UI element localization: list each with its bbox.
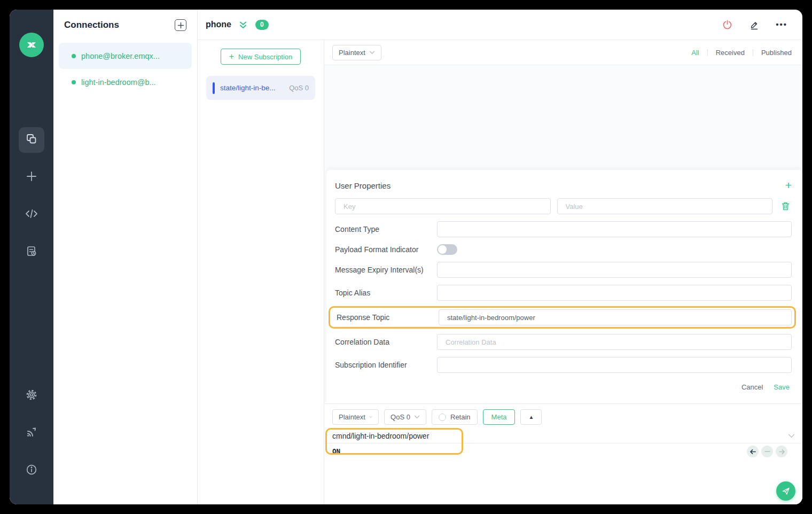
retain-label: Retain [450,413,471,421]
send-button[interactable] [776,481,795,501]
message-toolbar: Plaintext All Received Published [324,40,802,65]
response-topic-input[interactable] [439,309,792,325]
message-count-badge: 0 [255,20,269,30]
connected-dot-icon [72,54,76,58]
connected-dot-icon [72,80,76,84]
payload-format-value: Plaintext [339,49,365,57]
connection-name: light-in-bedroom@b... [81,78,156,87]
topic-alias-input[interactable] [437,285,792,301]
mqttx-logo [19,33,44,57]
publish-topic-row: cmnd/light-in-bedroom/power [324,429,802,443]
main-area: phone 0 [198,10,802,504]
nav-log-button[interactable] [19,239,44,265]
log-icon [25,245,38,260]
meta-button[interactable]: Meta [483,409,516,425]
plus-icon [177,22,184,29]
cancel-button[interactable]: Cancel [741,383,763,391]
more-options-button[interactable]: ••• [776,22,787,27]
app-window: Connections phone@broker.emqx... light-i… [10,10,802,504]
edit-connection-button[interactable] [749,19,760,30]
toggle-knob [438,245,447,254]
publish-payload-editor[interactable]: ON [324,443,802,459]
message-filter-tabs: All Received Published [691,49,792,57]
add-user-property-button[interactable]: + [785,181,792,190]
nav-data-sync-button[interactable] [21,423,42,443]
subscription-color-bar [213,82,215,94]
publish-payload-format-dropdown[interactable]: Plaintext [332,409,379,425]
publish-properties-card: User Properties + [326,170,802,403]
tab-received[interactable]: Received [716,49,745,57]
tab-all[interactable]: All [691,49,699,57]
chevron-down-icon [414,415,420,419]
publish-topic-input[interactable]: cmnd/light-in-bedroom/power [332,432,429,440]
nav-rail [10,10,53,504]
nav-about-button[interactable] [21,461,42,481]
message-expiry-input[interactable] [437,262,792,278]
plus-icon [25,170,38,185]
response-topic-label: Response Topic [337,313,439,322]
new-subscription-label: New Subscription [238,53,292,61]
payload-format-indicator-label: Payload Format Indicator [335,245,437,254]
message-pane: Plaintext All Received Published [324,40,802,504]
connection-item-phone[interactable]: phone@broker.emqx... [59,43,192,69]
message-expiry-label: Message Expiry Interval(s) [335,266,437,274]
subscription-topic: state/light-in-be... [220,84,276,92]
user-properties-label: User Properties [335,181,391,190]
nav-settings-button[interactable] [21,386,42,406]
collapse-meta-button[interactable]: ▲ [520,409,542,425]
tab-published[interactable]: Published [761,49,792,57]
publish-qos-value: QoS 0 [391,413,410,421]
topic-alias-label: Topic Alias [335,289,437,297]
connections-title: Connections [64,20,119,30]
chevron-down-icon [369,51,375,54]
add-connection-button[interactable] [175,19,186,31]
paper-plane-icon [781,486,791,496]
tab-divider [707,49,708,56]
gear-icon [25,388,38,403]
publish-payload-format-value: Plaintext [339,413,365,421]
nav-new-connection-button[interactable] [19,165,44,190]
save-button[interactable]: Save [774,383,790,391]
chevron-down-icon [369,415,372,419]
user-property-key-input[interactable] [335,198,551,214]
nav-script-button[interactable] [19,202,44,228]
rss-feed-icon [25,426,38,441]
tab-divider [753,49,753,56]
connections-icon [25,133,38,147]
payload-format-dropdown[interactable]: Plaintext [332,45,381,60]
connection-title: phone [206,20,231,29]
mqttx-logo-icon [25,38,38,52]
content-type-label: Content Type [335,225,437,233]
disconnect-button[interactable] [722,19,733,30]
payload-format-indicator-toggle[interactable] [437,244,457,255]
content-type-input[interactable] [437,221,792,237]
connections-list: phone@broker.emqx... light-in-bedroom@b.… [53,41,197,97]
message-list-area: User Properties + [324,65,802,403]
retain-toggle-button[interactable]: Retain [432,409,478,425]
connection-name: phone@broker.emqx... [81,52,160,60]
delete-user-property-button[interactable] [779,201,792,211]
info-icon [25,463,38,478]
history-back-button[interactable] [747,446,759,457]
power-icon [722,19,733,30]
arrow-left-icon [749,449,756,455]
publish-qos-dropdown[interactable]: QoS 0 [384,409,426,425]
correlation-data-input[interactable] [437,334,792,350]
subscription-identifier-input[interactable] [437,357,792,373]
collapse-panel-icon[interactable] [238,20,248,29]
history-forward-button[interactable] [776,446,787,457]
trash-icon [781,201,790,211]
subscription-item[interactable]: state/light-in-be... QoS 0 [206,76,315,100]
chevron-down-icon [788,434,795,438]
nav-connections-button[interactable] [19,127,44,153]
connection-header: phone 0 [198,10,802,40]
user-property-value-input[interactable] [557,198,773,214]
subscription-qos: QoS 0 [289,84,309,92]
correlation-data-label: Correlation Data [335,338,437,346]
new-subscription-button[interactable]: + New Subscription [221,49,301,65]
history-navigation [747,446,787,457]
history-clear-button[interactable] [761,446,773,457]
minus-icon [764,450,770,453]
connection-item-light-in-bedroom[interactable]: light-in-bedroom@b... [59,69,192,95]
collapse-editor-button[interactable] [788,434,795,438]
